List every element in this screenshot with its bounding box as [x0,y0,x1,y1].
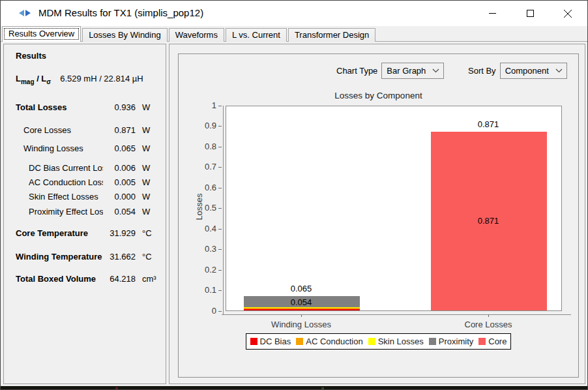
tab-results-overview[interactable]: Results Overview [2,26,81,42]
y-tick [218,208,222,209]
legend-label: Core [488,337,507,346]
result-row: Core Losses0.871W [16,125,159,136]
result-row: Total Boxed Volume64.218cm³ [16,273,159,285]
legend-item-proximity: Proximity [429,337,473,346]
result-unit: W [136,102,159,113]
y-tick-label: 0.7 [189,162,216,172]
close-icon [564,10,572,18]
desktop-background-strip [1,386,588,390]
result-value: 0.871 [103,125,136,136]
result-unit: °C [136,228,159,239]
titlebar: MDM Results for TX1 (simplis_pop12) [1,1,587,26]
bar-inside-label: 0.054 [243,297,360,307]
bar-total-label: 0.065 [243,284,360,293]
window-title: MDM Results for TX1 (simplis_pop12) [38,7,203,18]
y-tick [218,249,222,250]
result-label: Core Temperature [16,228,103,239]
chart-type-value: Bar Graph [387,66,426,76]
result-unit: W [136,125,159,136]
y-tick-label: 0.9 [189,121,216,131]
tab-losses-by-winding[interactable]: Losses By Winding [82,28,168,42]
result-value: 31.929 [103,228,136,239]
y-tick-label: 0.5 [189,203,216,213]
app-icon [19,9,32,17]
result-value: 0.936 [103,102,136,113]
result-unit: W [136,206,159,218]
result-unit: W [136,143,159,155]
mdm-results-window: MDM Results for TX1 (simplis_pop12) Resu… [0,0,588,390]
bar-total-label: 0.871 [430,119,547,129]
y-tick [218,126,222,127]
legend-box: DC BiasAC ConductionSkin LossesProximity… [246,333,512,350]
result-row: Winding Temperature31.662°C [16,251,159,263]
y-tick [218,229,222,230]
minimize-button[interactable] [473,1,511,26]
x-tick [488,314,489,317]
result-row: Proximity Effect Losses0.054W [16,206,159,218]
result-label: Skin Effect Losses [16,191,103,203]
inductance-label: Lmag / Lσ [16,74,51,85]
y-tick-label: 0.2 [189,265,216,275]
result-unit: W [136,177,159,188]
y-tick [218,147,222,147]
y-tick [218,311,222,312]
x-axis-line [222,314,571,315]
y-tick-label: 0.6 [189,183,216,193]
legend-swatch-icon [478,338,486,345]
result-label: Total Losses [16,102,103,113]
result-value: 0.005 [103,177,136,188]
legend-label: AC Conduction [306,337,362,346]
legend-label: Skin Losses [378,337,424,346]
chart-type-group: Chart Type Bar Graph [336,62,444,79]
y-tick [218,106,222,106]
tab-waveforms[interactable]: Waveforms [169,28,224,42]
legend-swatch-icon [429,338,436,345]
tab-l-vs-current[interactable]: L vs. Current [226,28,287,42]
y-tick-label: 0 [189,306,216,316]
result-row: Core Temperature31.929°C [16,228,159,239]
result-label: DC Bias Current Losses [16,162,103,174]
legend-item-core: Core [478,337,507,346]
result-value: 0.000 [103,191,136,203]
result-unit: W [136,162,159,174]
chart-box: Chart Type Bar Graph Sort By Component [178,53,579,378]
maximize-button[interactable] [511,1,549,26]
tab-transformer-design[interactable]: Transformer Design [288,28,375,42]
y-tick-label: 0.4 [189,224,216,234]
inductance-row: Lmag / Lσ 6.529 mH / 22.814 µH [16,74,159,87]
y-tick-label: 0.1 [189,285,216,295]
legend-swatch-icon [368,338,375,345]
legend-label: DC Bias [260,337,291,346]
sort-by-group: Sort By Component [468,62,567,79]
results-panel: Results Lmag / Lσ 6.529 mH / 22.814 µH T… [3,44,166,384]
close-button[interactable] [549,1,587,26]
bar-inside-label: 0.871 [430,216,547,226]
chart-type-label: Chart Type [336,66,377,76]
chart-title: Losses by Component [179,91,578,100]
sort-by-select[interactable]: Component [500,63,567,79]
result-row: Skin Effect Losses0.000W [16,191,159,203]
chart-panel: Chart Type Bar Graph Sort By Component [169,44,585,384]
y-tick-label: 0.8 [189,142,216,152]
y-axis-line [223,106,224,315]
result-row: Winding Losses0.065W [16,143,159,155]
bar-segment-dc-bias [244,309,360,310]
result-unit: W [136,191,159,203]
inductance-value: 6.529 mH / 22.814 µH [60,74,143,83]
y-tick-label: 1 [189,100,216,111]
result-unit: cm³ [136,273,159,285]
result-value: 0.006 [103,162,136,174]
maximize-icon [527,10,534,17]
x-category-label: Winding Losses [243,320,360,329]
minimize-icon [489,10,496,17]
result-label: Core Losses [16,125,103,136]
chart-type-select[interactable]: Bar Graph [381,63,444,79]
bar-segment-ac-conduction [244,308,360,309]
bar-segment-skin-losses [244,307,360,308]
result-label: Proximity Effect Losses [16,206,103,218]
sort-by-value: Component [505,66,549,76]
result-label: Winding Losses [16,143,103,155]
result-label: AC Conduction Losses [16,177,103,188]
y-tick [218,290,222,291]
y-tick [218,270,222,271]
